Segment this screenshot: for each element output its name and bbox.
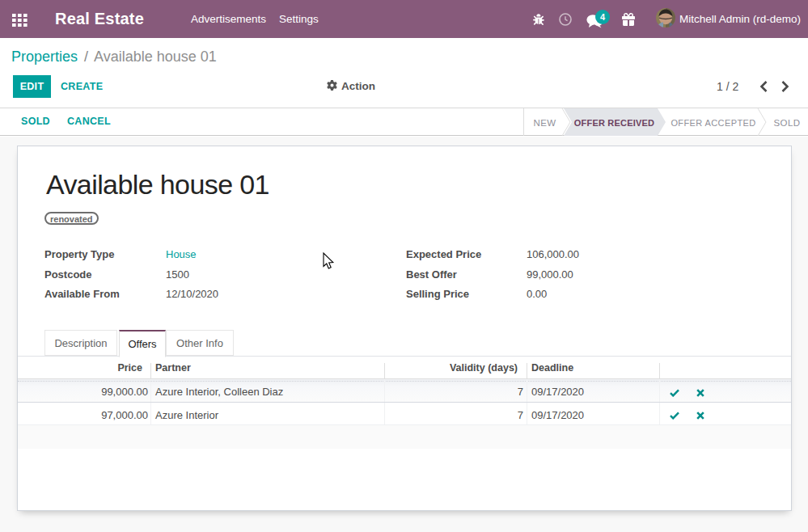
svg-text:OFFER RECEIVED: OFFER RECEIVED bbox=[574, 118, 654, 128]
svg-text:OFFER ACCEPTED: OFFER ACCEPTED bbox=[671, 118, 755, 128]
svg-text:SOLD: SOLD bbox=[774, 118, 801, 128]
svg-text:NEW: NEW bbox=[533, 118, 556, 128]
